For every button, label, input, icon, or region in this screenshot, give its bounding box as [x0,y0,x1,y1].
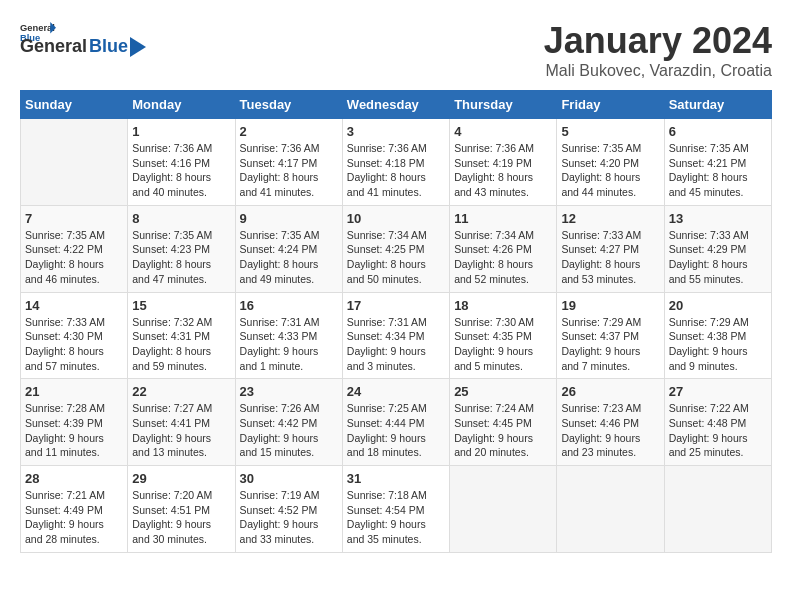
daylight: Daylight: 8 hours and 50 minutes. [347,258,426,285]
daylight: Daylight: 8 hours and 41 minutes. [347,171,426,198]
day-info: Sunrise: 7:18 AMSunset: 4:54 PMDaylight:… [347,488,445,547]
sunset: Sunset: 4:48 PM [669,417,747,429]
sunrise: Sunrise: 7:23 AM [561,402,641,414]
day-number: 6 [669,124,767,139]
sunset: Sunset: 4:37 PM [561,330,639,342]
day-info: Sunrise: 7:35 AMSunset: 4:22 PMDaylight:… [25,228,123,287]
day-number: 26 [561,384,659,399]
day-cell: 13Sunrise: 7:33 AMSunset: 4:29 PMDayligh… [664,205,771,292]
day-number: 30 [240,471,338,486]
day-cell: 1Sunrise: 7:36 AMSunset: 4:16 PMDaylight… [128,119,235,206]
location-title: Mali Bukovec, Varazdin, Croatia [544,62,772,80]
week-row-4: 21Sunrise: 7:28 AMSunset: 4:39 PMDayligh… [21,379,772,466]
sunrise: Sunrise: 7:19 AM [240,489,320,501]
daylight: Daylight: 8 hours and 55 minutes. [669,258,748,285]
calendar-table: SundayMondayTuesdayWednesdayThursdayFrid… [20,90,772,553]
day-info: Sunrise: 7:29 AMSunset: 4:37 PMDaylight:… [561,315,659,374]
day-info: Sunrise: 7:34 AMSunset: 4:26 PMDaylight:… [454,228,552,287]
day-cell: 22Sunrise: 7:27 AMSunset: 4:41 PMDayligh… [128,379,235,466]
header-day-friday: Friday [557,91,664,119]
daylight: Daylight: 9 hours and 18 minutes. [347,432,426,459]
week-row-5: 28Sunrise: 7:21 AMSunset: 4:49 PMDayligh… [21,466,772,553]
sunset: Sunset: 4:52 PM [240,504,318,516]
sunrise: Sunrise: 7:36 AM [347,142,427,154]
day-number: 2 [240,124,338,139]
svg-marker-3 [130,37,146,57]
daylight: Daylight: 8 hours and 40 minutes. [132,171,211,198]
daylight: Daylight: 8 hours and 52 minutes. [454,258,533,285]
sunset: Sunset: 4:23 PM [132,243,210,255]
day-info: Sunrise: 7:35 AMSunset: 4:23 PMDaylight:… [132,228,230,287]
sunset: Sunset: 4:26 PM [454,243,532,255]
sunset: Sunset: 4:16 PM [132,157,210,169]
sunrise: Sunrise: 7:28 AM [25,402,105,414]
day-cell: 25Sunrise: 7:24 AMSunset: 4:45 PMDayligh… [450,379,557,466]
daylight: Daylight: 8 hours and 43 minutes. [454,171,533,198]
daylight: Daylight: 9 hours and 35 minutes. [347,518,426,545]
logo-arrow-icon [130,37,146,57]
logo-blue: Blue [89,36,128,57]
sunset: Sunset: 4:39 PM [25,417,103,429]
sunrise: Sunrise: 7:35 AM [25,229,105,241]
daylight: Daylight: 8 hours and 45 minutes. [669,171,748,198]
day-cell: 17Sunrise: 7:31 AMSunset: 4:34 PMDayligh… [342,292,449,379]
day-number: 7 [25,211,123,226]
day-info: Sunrise: 7:28 AMSunset: 4:39 PMDaylight:… [25,401,123,460]
day-info: Sunrise: 7:21 AMSunset: 4:49 PMDaylight:… [25,488,123,547]
sunset: Sunset: 4:17 PM [240,157,318,169]
day-cell: 15Sunrise: 7:32 AMSunset: 4:31 PMDayligh… [128,292,235,379]
sunrise: Sunrise: 7:22 AM [669,402,749,414]
sunrise: Sunrise: 7:18 AM [347,489,427,501]
day-info: Sunrise: 7:36 AMSunset: 4:19 PMDaylight:… [454,141,552,200]
day-info: Sunrise: 7:24 AMSunset: 4:45 PMDaylight:… [454,401,552,460]
day-cell: 31Sunrise: 7:18 AMSunset: 4:54 PMDayligh… [342,466,449,553]
daylight: Daylight: 8 hours and 59 minutes. [132,345,211,372]
day-number: 9 [240,211,338,226]
daylight: Daylight: 9 hours and 15 minutes. [240,432,319,459]
day-info: Sunrise: 7:29 AMSunset: 4:38 PMDaylight:… [669,315,767,374]
sunset: Sunset: 4:49 PM [25,504,103,516]
daylight: Daylight: 9 hours and 3 minutes. [347,345,426,372]
day-cell: 21Sunrise: 7:28 AMSunset: 4:39 PMDayligh… [21,379,128,466]
logo: General Blue General Blue [20,20,146,57]
sunrise: Sunrise: 7:35 AM [561,142,641,154]
day-cell: 29Sunrise: 7:20 AMSunset: 4:51 PMDayligh… [128,466,235,553]
day-cell: 20Sunrise: 7:29 AMSunset: 4:38 PMDayligh… [664,292,771,379]
daylight: Daylight: 9 hours and 25 minutes. [669,432,748,459]
sunset: Sunset: 4:35 PM [454,330,532,342]
day-info: Sunrise: 7:33 AMSunset: 4:29 PMDaylight:… [669,228,767,287]
day-cell: 16Sunrise: 7:31 AMSunset: 4:33 PMDayligh… [235,292,342,379]
sunrise: Sunrise: 7:21 AM [25,489,105,501]
sunrise: Sunrise: 7:36 AM [132,142,212,154]
day-info: Sunrise: 7:19 AMSunset: 4:52 PMDaylight:… [240,488,338,547]
day-info: Sunrise: 7:31 AMSunset: 4:33 PMDaylight:… [240,315,338,374]
day-number: 17 [347,298,445,313]
sunrise: Sunrise: 7:25 AM [347,402,427,414]
sunrise: Sunrise: 7:35 AM [132,229,212,241]
day-info: Sunrise: 7:30 AMSunset: 4:35 PMDaylight:… [454,315,552,374]
day-cell: 24Sunrise: 7:25 AMSunset: 4:44 PMDayligh… [342,379,449,466]
daylight: Daylight: 9 hours and 23 minutes. [561,432,640,459]
day-cell: 7Sunrise: 7:35 AMSunset: 4:22 PMDaylight… [21,205,128,292]
daylight: Daylight: 9 hours and 33 minutes. [240,518,319,545]
day-number: 1 [132,124,230,139]
calendar-header: SundayMondayTuesdayWednesdayThursdayFrid… [21,91,772,119]
sunset: Sunset: 4:25 PM [347,243,425,255]
sunrise: Sunrise: 7:31 AM [240,316,320,328]
day-info: Sunrise: 7:20 AMSunset: 4:51 PMDaylight:… [132,488,230,547]
day-number: 16 [240,298,338,313]
day-cell [664,466,771,553]
day-number: 3 [347,124,445,139]
day-info: Sunrise: 7:32 AMSunset: 4:31 PMDaylight:… [132,315,230,374]
day-cell: 10Sunrise: 7:34 AMSunset: 4:25 PMDayligh… [342,205,449,292]
sunset: Sunset: 4:34 PM [347,330,425,342]
day-number: 18 [454,298,552,313]
sunrise: Sunrise: 7:20 AM [132,489,212,501]
sunset: Sunset: 4:51 PM [132,504,210,516]
sunrise: Sunrise: 7:35 AM [240,229,320,241]
day-cell [557,466,664,553]
day-info: Sunrise: 7:34 AMSunset: 4:25 PMDaylight:… [347,228,445,287]
daylight: Daylight: 8 hours and 57 minutes. [25,345,104,372]
day-number: 25 [454,384,552,399]
day-cell: 5Sunrise: 7:35 AMSunset: 4:20 PMDaylight… [557,119,664,206]
